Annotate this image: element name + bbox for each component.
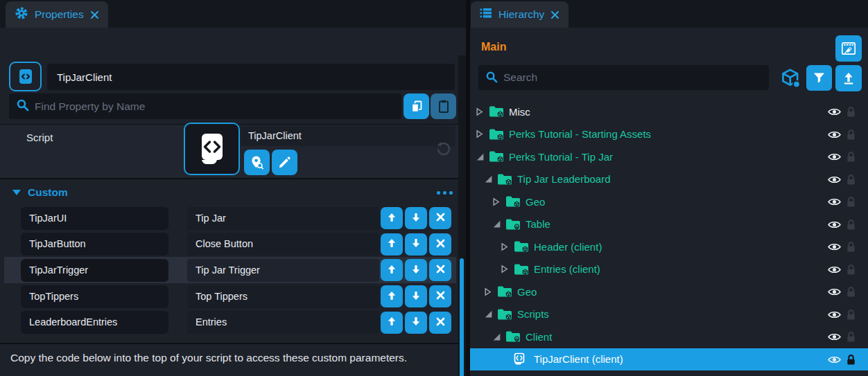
lock-icon[interactable] [846,354,856,368]
tree-row[interactable]: Tip Jar Leaderboard [470,168,868,191]
custom-property-value-field[interactable]: Tip Jar [187,207,379,230]
property-search-input[interactable] [35,100,401,113]
script-value-field[interactable]: TipJarClient [241,125,455,146]
move-down-button[interactable] [405,312,427,334]
export-button[interactable] [835,65,862,91]
visibility-eye-icon[interactable] [828,129,841,143]
tree-item-label: Header (client) [534,241,602,253]
remove-property-button[interactable] [429,285,451,307]
tab-hierarchy[interactable]: Hierarchy [471,1,568,28]
hierarchy-search-input[interactable] [503,71,769,84]
expander-expanded-icon[interactable] [484,310,493,319]
edit-script-button[interactable] [272,150,297,175]
expander-expanded-icon[interactable] [492,332,501,341]
expander-collapsed-icon[interactable] [501,242,510,251]
visibility-eye-icon[interactable] [828,220,841,233]
custom-property-name-field[interactable]: TopTippers [21,285,168,308]
move-up-button[interactable] [381,285,403,307]
move-down-button[interactable] [405,233,427,256]
paste-properties-button[interactable] [431,93,456,119]
tree-row[interactable]: Perks Tutorial - Tip Jar [470,145,868,168]
lock-icon[interactable] [846,174,856,188]
move-down-button[interactable] [405,259,427,281]
scrollbar-thumb[interactable] [460,258,464,376]
properties-scrollbar[interactable] [458,55,466,376]
remove-property-button[interactable] [429,312,451,334]
tree-row[interactable]: Scripts [470,303,868,326]
tree-row[interactable]: Misc [470,100,868,123]
remove-property-button[interactable] [429,233,451,256]
lock-icon[interactable] [846,129,856,143]
custom-property-value-field[interactable]: Top Tippers [187,285,379,308]
move-up-button[interactable] [381,312,403,334]
tab-properties[interactable]: Properties [6,1,108,28]
script-name-input[interactable] [47,64,455,90]
lock-icon[interactable] [846,286,856,301]
lock-icon[interactable] [846,219,856,233]
visibility-eye-icon[interactable] [828,197,841,210]
visibility-eye-icon[interactable] [828,265,841,278]
custom-property-name-field[interactable]: TipJarUI [21,207,168,230]
tree-row[interactable]: Entries (client) [470,258,868,281]
expander-spacer [501,355,510,364]
tree-row[interactable]: Table [470,213,868,236]
tree-row[interactable]: Header (client) [470,235,868,258]
cube-icon[interactable] [781,69,801,91]
tree-item-label: Scripts [517,308,549,320]
remove-property-button[interactable] [429,207,451,229]
lock-icon[interactable] [846,196,856,211]
editor-workspace: Properties [0,0,868,376]
close-icon[interactable] [550,10,559,19]
remove-property-button[interactable] [429,259,451,281]
custom-property-value-field[interactable]: Tip Jar Trigger [187,259,379,282]
script-slot[interactable] [184,123,240,175]
expander-expanded-icon[interactable] [476,152,485,161]
lock-icon[interactable] [846,264,856,278]
custom-property-name-field[interactable]: LeaderboardEntries [21,311,168,334]
move-up-button[interactable] [381,259,403,281]
publish-rocket-button[interactable] [835,35,862,62]
visibility-eye-icon[interactable] [828,107,841,120]
visibility-eye-icon[interactable] [828,287,841,300]
expander-collapsed-icon[interactable] [476,107,485,116]
reset-icon[interactable] [435,141,451,160]
move-down-button[interactable] [405,285,427,307]
expander-expanded-icon[interactable] [492,220,501,229]
tree-row[interactable]: Geo [470,190,868,213]
lock-icon[interactable] [846,309,856,323]
expander-collapsed-icon[interactable] [476,129,485,138]
visibility-eye-icon[interactable] [828,310,841,323]
move-down-button[interactable] [405,207,427,229]
custom-property-name-field[interactable]: TipJarButton [21,233,168,256]
tree-row[interactable]: TipJarClient (client) [470,348,868,371]
move-up-button[interactable] [381,207,403,229]
lock-icon[interactable] [846,151,856,165]
expander-expanded-icon[interactable] [484,174,493,183]
tree-row[interactable]: Client [470,325,868,348]
more-options-icon[interactable] [437,191,440,195]
property-search-box[interactable] [9,93,401,119]
tree-row[interactable]: Perks Tutorial - Starting Assets [470,123,868,146]
lock-icon[interactable] [846,241,856,256]
expander-collapsed-icon[interactable] [501,265,510,274]
collapse-triangle-icon[interactable] [12,190,21,195]
filter-button[interactable] [806,65,832,91]
custom-property-name-field[interactable]: TipJarTrigger [21,259,168,282]
visibility-eye-icon[interactable] [828,152,841,165]
visibility-eye-icon[interactable] [828,355,841,368]
tree-row[interactable]: Geo [470,280,868,303]
find-in-hierarchy-button[interactable] [244,150,270,175]
custom-property-value-field[interactable]: Close Button [187,233,379,256]
expander-collapsed-icon[interactable] [484,287,493,296]
lock-icon[interactable] [846,331,856,346]
lock-icon[interactable] [846,106,856,120]
copy-properties-button[interactable] [403,93,429,119]
visibility-eye-icon[interactable] [828,242,841,255]
close-icon[interactable] [90,10,99,19]
expander-collapsed-icon[interactable] [492,197,501,206]
hierarchy-search-box[interactable] [478,65,769,90]
move-up-button[interactable] [381,233,403,256]
custom-property-value-field[interactable]: Entries [187,311,379,334]
visibility-eye-icon[interactable] [828,332,841,345]
visibility-eye-icon[interactable] [828,174,841,188]
